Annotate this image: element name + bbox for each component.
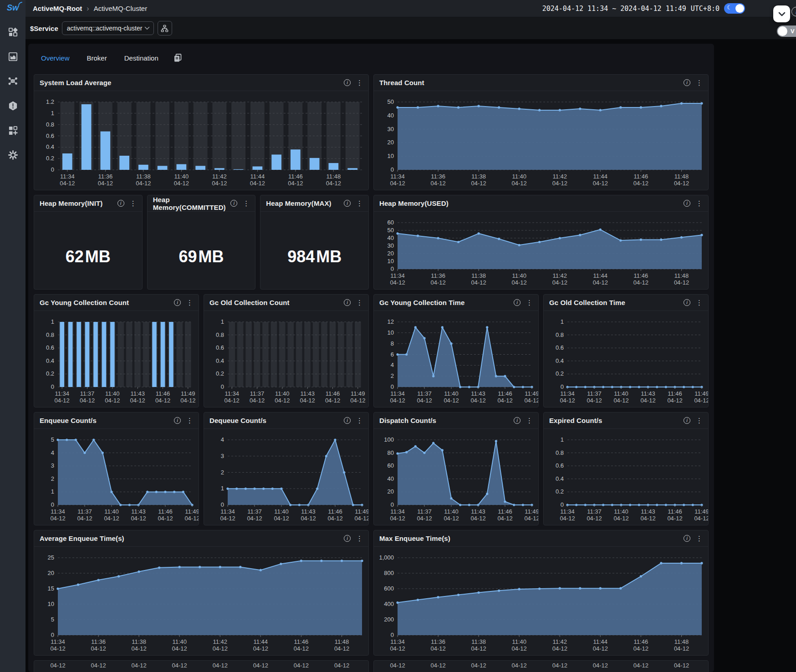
avg-enqueue-time-chart: 051015202511:3404-1211:3604-1211:3804-12… — [34, 547, 368, 655]
svg-text:11:43: 11:43 — [471, 508, 485, 515]
svg-text:04-12: 04-12 — [253, 645, 268, 652]
svg-text:20: 20 — [388, 488, 394, 495]
info-icon[interactable]: i — [684, 535, 690, 542]
sidebar-item-dashboards[interactable] — [7, 26, 18, 37]
view-mode-toggle[interactable]: V — [777, 25, 796, 37]
svg-text:12: 12 — [388, 318, 394, 325]
thread-count-chart: 0102030405011:3404-1211:3604-1211:3804-1… — [374, 91, 708, 190]
svg-text:04-12: 04-12 — [497, 397, 512, 404]
dark-mode-toggle[interactable]: ☾ — [724, 3, 745, 14]
svg-text:11:49: 11:49 — [181, 390, 195, 397]
panel-dispatch-count: Dispatch Count/s i ⋮ 02040608010011:3404… — [373, 412, 539, 525]
sidebar-item-topology[interactable] — [7, 76, 18, 87]
svg-text:11:34: 11:34 — [60, 173, 75, 180]
info-icon[interactable]: i — [230, 200, 237, 207]
tab-overview[interactable]: Overview — [41, 54, 70, 62]
kebab-menu-icon[interactable]: ⋮ — [356, 417, 363, 424]
svg-text:11:49: 11:49 — [185, 508, 199, 515]
copy-dashboard-icon[interactable] — [173, 53, 182, 64]
info-icon[interactable]: i — [344, 200, 351, 207]
sidebar-item-settings[interactable] — [7, 149, 18, 160]
breadcrumb-root[interactable]: ActiveMQ-Root — [33, 5, 82, 12]
svg-text:11:37: 11:37 — [77, 508, 92, 515]
collapse-header-button[interactable] — [773, 5, 790, 22]
svg-text:11:48: 11:48 — [335, 638, 349, 645]
info-icon[interactable]: i — [344, 535, 351, 542]
info-icon[interactable]: i — [684, 299, 690, 306]
kebab-menu-icon[interactable]: ⋮ — [696, 79, 703, 86]
svg-text:11:34: 11:34 — [560, 390, 575, 397]
svg-text:0.2: 0.2 — [46, 370, 54, 377]
kebab-menu-icon[interactable]: ⋮ — [526, 417, 533, 424]
svg-text:11:34: 11:34 — [225, 390, 239, 397]
info-icon[interactable]: i — [684, 200, 690, 207]
sidebar-item-alerting[interactable] — [7, 100, 18, 111]
svg-text:04-12: 04-12 — [327, 515, 342, 522]
svg-text:11:38: 11:38 — [132, 638, 146, 645]
kebab-menu-icon[interactable]: ⋮ — [356, 535, 363, 542]
sidebar-item-charts[interactable] — [7, 51, 18, 62]
info-icon[interactable]: i — [117, 200, 124, 207]
kebab-menu-icon[interactable]: ⋮ — [243, 200, 250, 207]
kebab-menu-icon[interactable]: ⋮ — [186, 299, 193, 306]
panel-max-enqueue-time: Max Enqueue Time(s) i ⋮ 02004006008001,0… — [373, 530, 709, 656]
svg-text:11:49: 11:49 — [351, 390, 365, 397]
tab-broker[interactable]: Broker — [87, 54, 107, 62]
info-icon[interactable]: i — [344, 79, 351, 86]
svg-text:04-12: 04-12 — [417, 397, 432, 404]
sidebar-item-marketplace[interactable] — [7, 125, 18, 136]
svg-text:11:36: 11:36 — [98, 173, 113, 180]
svg-text:11:34: 11:34 — [560, 508, 575, 515]
svg-text:04-12: 04-12 — [667, 515, 682, 522]
topology-link-button[interactable] — [158, 21, 172, 36]
svg-text:50: 50 — [388, 98, 394, 105]
svg-text:8: 8 — [391, 340, 394, 347]
svg-text:11:43: 11:43 — [130, 390, 145, 397]
svg-text:0: 0 — [51, 501, 54, 508]
panel-title: Heap Memory(COMMITTED) — [153, 196, 231, 211]
info-icon[interactable]: i — [174, 417, 181, 424]
kebab-menu-icon[interactable]: ⋮ — [696, 417, 703, 424]
svg-text:10: 10 — [48, 601, 54, 607]
svg-text:04-12: 04-12 — [524, 397, 538, 404]
kebab-menu-icon[interactable]: ⋮ — [526, 299, 533, 306]
svg-text:04-12: 04-12 — [390, 180, 405, 187]
kebab-menu-icon[interactable]: ⋮ — [356, 79, 363, 86]
panel-title: Enqueue Count/s — [40, 417, 97, 424]
info-icon[interactable]: i — [344, 299, 351, 306]
svg-text:11:46: 11:46 — [294, 638, 309, 645]
tab-destination[interactable]: Destination — [124, 54, 158, 62]
info-icon[interactable]: i — [514, 417, 520, 424]
kebab-menu-icon[interactable]: ⋮ — [696, 200, 703, 207]
svg-text:11:34: 11:34 — [390, 638, 405, 645]
kebab-menu-icon[interactable]: ⋮ — [186, 417, 193, 424]
svg-text:11:37: 11:37 — [80, 390, 95, 397]
kebab-menu-icon[interactable]: ⋮ — [696, 299, 703, 306]
svg-text:0.8: 0.8 — [556, 449, 564, 456]
svg-text:11:34: 11:34 — [390, 508, 405, 515]
info-icon[interactable]: i — [684, 417, 690, 424]
info-icon[interactable]: i — [684, 79, 690, 86]
breadcrumb-current[interactable]: ActiveMQ-Cluster — [94, 5, 148, 12]
svg-text:04-12: 04-12 — [512, 279, 527, 286]
chart-icon — [8, 51, 18, 62]
service-select[interactable]: activemq::activemq-cluster — [62, 21, 154, 35]
time-range[interactable]: 2024-04-12 11:34 ~ 2024-04-12 11:49 — [542, 5, 686, 13]
panel-gc-old-collection-count: Gc Old Collection Count i ⋮ 00.20.40.60.… — [204, 294, 369, 407]
gc-young-time-chart: 02468101211:3404-1211:3704-1211:4004-121… — [374, 311, 538, 407]
info-icon[interactable]: i — [514, 299, 520, 306]
logo-text: Sw — [7, 3, 19, 12]
skywalking-logo[interactable]: Sw — [7, 3, 19, 13]
kebab-menu-icon[interactable]: ⋮ — [356, 200, 363, 207]
kebab-menu-icon[interactable]: ⋮ — [130, 200, 137, 207]
svg-text:0.8: 0.8 — [46, 121, 54, 128]
kebab-menu-icon[interactable]: ⋮ — [356, 299, 363, 306]
heap-init-value: 62MB — [34, 212, 142, 289]
info-icon[interactable]: i — [174, 299, 181, 306]
kebab-menu-icon[interactable]: ⋮ — [696, 535, 703, 542]
svg-text:04-12: 04-12 — [470, 397, 485, 404]
panel-title: System Load Average — [40, 79, 112, 87]
panel-heap-memory-used: Heap Memory(USED) i ⋮ 010203040506011:34… — [373, 195, 709, 290]
info-icon[interactable]: i — [344, 417, 351, 424]
svg-text:11:38: 11:38 — [471, 272, 486, 279]
